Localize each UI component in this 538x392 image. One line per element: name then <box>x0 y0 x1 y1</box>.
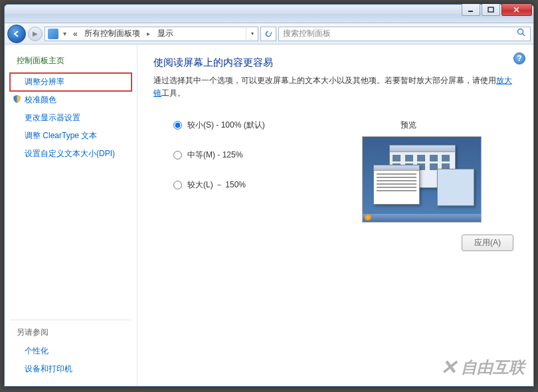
main-panel: ? 使阅读屏幕上的内容更容易 通过选择其中一个选项，可以更改屏幕上的文本大小以及… <box>137 45 533 386</box>
close-button[interactable] <box>501 4 532 16</box>
svg-rect-1 <box>488 7 493 12</box>
shield-icon <box>13 94 21 104</box>
breadcrumb-sep-icon[interactable]: ▸ <box>144 27 153 41</box>
radio-small[interactable] <box>173 121 182 130</box>
content-area: 控制面板主页 调整分辨率 校准颜色 更改显示器设置 调整 ClearType 文… <box>5 45 533 386</box>
page-title: 使阅读屏幕上的内容更容易 <box>153 56 517 69</box>
svg-line-5 <box>523 34 525 37</box>
breadcrumb-prefix: « <box>70 27 80 41</box>
sidebar-link-calibrate[interactable]: 校准颜色 <box>10 91 132 109</box>
sidebar-link-personalization[interactable]: 个性化 <box>10 342 132 360</box>
forward-button[interactable]: ▶ <box>28 27 43 41</box>
sidebar-link-display-settings[interactable]: 更改显示器设置 <box>10 109 132 127</box>
window-controls <box>462 4 532 16</box>
apply-row: 应用(A) <box>153 235 517 251</box>
radio-option-large[interactable]: 较大(L) － 150% <box>173 179 300 191</box>
radio-option-medium[interactable]: 中等(M) - 125% <box>173 149 300 161</box>
sidebar-see-also-heading: 另请参阅 <box>10 326 132 342</box>
sidebar-link-label: 个性化 <box>25 346 48 355</box>
breadcrumb-history-dropdown[interactable]: ▾ <box>246 27 258 41</box>
sidebar-separator <box>10 320 132 320</box>
maximize-button[interactable] <box>482 4 500 16</box>
sidebar-link-cleartype[interactable]: 调整 ClearType 文本 <box>10 127 132 145</box>
preview-image <box>362 136 482 223</box>
svg-point-4 <box>518 29 523 35</box>
watermark-text: 自由互联 <box>461 357 525 378</box>
help-icon[interactable]: ? <box>513 52 525 64</box>
search-placeholder: 搜索控制面板 <box>283 28 331 39</box>
minimize-button[interactable] <box>462 4 480 16</box>
apply-button[interactable]: 应用(A) <box>462 235 513 251</box>
breadcrumb-item[interactable]: 所有控制面板项 <box>82 27 143 41</box>
control-panel-icon <box>48 29 58 39</box>
radio-medium[interactable] <box>173 151 182 159</box>
sidebar-link-devices[interactable]: 设备和打印机 <box>10 360 132 378</box>
radio-option-small[interactable]: 较小(S) - 100% (默认) <box>173 120 300 131</box>
sidebar: 控制面板主页 调整分辨率 校准颜色 更改显示器设置 调整 ClearType 文… <box>5 45 137 386</box>
breadcrumb[interactable]: ▾ « 所有控制面板项 ▸ 显示 ▾ <box>45 27 258 41</box>
window: ▶ ▾ « 所有控制面板项 ▸ 显示 ▾ 搜索控制面板 控制面板主页 <box>4 4 534 387</box>
radio-label: 较小(S) - 100% (默认) <box>187 120 265 131</box>
radio-label: 中等(M) - 125% <box>187 149 242 161</box>
sidebar-link-label: 校准颜色 <box>25 95 56 104</box>
page-description: 通过选择其中一个选项，可以更改屏幕上的文本大小以及其他项。若要暂时放大部分屏幕，… <box>153 74 517 100</box>
refresh-button[interactable] <box>260 27 276 41</box>
sidebar-link-resolution[interactable]: 调整分辨率 <box>10 73 132 91</box>
title-bar <box>5 5 533 23</box>
search-input[interactable]: 搜索控制面板 <box>278 27 531 41</box>
options-row: 较小(S) - 100% (默认) 中等(M) - 125% 较大(L) － 1… <box>153 120 517 223</box>
search-icon <box>517 28 526 39</box>
sidebar-link-dpi[interactable]: 设置自定义文本大小(DPI) <box>10 145 132 163</box>
nav-toolbar: ▶ ▾ « 所有控制面板项 ▸ 显示 ▾ 搜索控制面板 <box>5 23 533 45</box>
watermark: ✕ 自由互联 <box>440 355 525 379</box>
watermark-icon: ✕ <box>440 355 457 379</box>
radio-label: 较大(L) － 150% <box>187 179 246 191</box>
back-button[interactable] <box>7 25 26 43</box>
sidebar-link-label: 更改显示器设置 <box>25 113 80 122</box>
size-options: 较小(S) - 100% (默认) 中等(M) - 125% 较大(L) － 1… <box>153 120 300 223</box>
sidebar-link-label: 设置自定义文本大小(DPI) <box>25 149 115 158</box>
sidebar-heading[interactable]: 控制面板主页 <box>10 52 132 73</box>
sidebar-link-label: 调整分辨率 <box>25 77 64 86</box>
preview-column: 预览 <box>326 120 517 223</box>
sidebar-link-label: 调整 ClearType 文本 <box>25 131 97 140</box>
radio-large[interactable] <box>173 181 182 189</box>
breadcrumb-dropdown[interactable]: ▾ <box>60 27 69 41</box>
breadcrumb-item[interactable]: 显示 <box>155 27 176 41</box>
preview-label: 预览 <box>326 120 517 131</box>
sidebar-link-label: 设备和打印机 <box>25 364 72 373</box>
